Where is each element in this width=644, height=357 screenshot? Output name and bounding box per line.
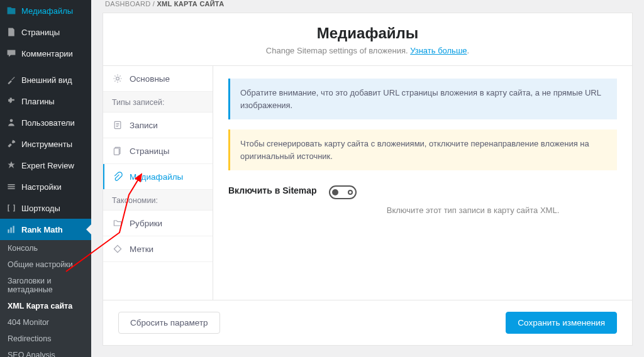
panel-footer: Сбросить параметр Сохранить изменения (103, 300, 632, 345)
sidebar-item-settings[interactable]: Настройки (0, 176, 91, 197)
sidebar-item-label: Пользователи (21, 118, 75, 128)
tab-label: Основные (130, 74, 170, 84)
section-taxonomies: Таксономии: (103, 190, 213, 211)
toggle-knob (332, 189, 338, 195)
svg-rect-3 (8, 188, 14, 189)
attachment-icon (112, 171, 123, 182)
document-icon (112, 119, 123, 131)
sidebar-item-users[interactable]: Пользователи (0, 112, 91, 133)
save-button[interactable]: Сохранить изменения (506, 312, 617, 334)
tab-tags[interactable]: Метки (103, 236, 213, 262)
svg-rect-1 (8, 184, 14, 185)
sidebar-item-plugins[interactable]: Плагины (0, 91, 91, 112)
setting-help: Включите этот тип записи в карту сайта X… (329, 206, 617, 215)
admin-sidebar: Медиафайлы Страницы Комментарии Внешний … (0, 0, 91, 357)
folder-icon (112, 217, 123, 229)
warning-notice: Чтобы сгенерировать карту сайта с вложен… (228, 129, 617, 170)
sidebar-item-expert-review[interactable]: Expert Review (0, 155, 91, 176)
submenu-seo-analysis[interactable]: SEO Analysis (0, 347, 91, 357)
sidebar-item-media[interactable]: Медиафайлы (0, 0, 91, 21)
sidebar-item-pages[interactable]: Страницы (0, 21, 91, 43)
main-content: DASHBOARD / XML КАРТА САЙТА Медиафайлы C… (91, 0, 644, 357)
reset-button[interactable]: Сбросить параметр (118, 312, 220, 334)
toggle-ring (348, 190, 353, 195)
page-title: Медиафайлы (116, 25, 619, 42)
gear-icon (112, 73, 123, 84)
sidebar-item-label: Expert Review (21, 161, 74, 170)
info-notice: Обратите внимание, что это добавит URL с… (228, 79, 617, 119)
submenu-console[interactable]: Консоль (0, 240, 91, 256)
svg-rect-2 (8, 186, 14, 187)
settings-panel: Медиафайлы Change Sitemap settings of вл… (103, 13, 633, 346)
tab-pages[interactable]: Страницы (103, 138, 213, 164)
sidebar-item-label: Инструменты (21, 140, 72, 149)
tab-categories[interactable]: Рубрики (103, 211, 213, 236)
settings-area: Обратите внимание, что это добавит URL с… (213, 66, 632, 300)
submenu-general[interactable]: Общие настройки (0, 256, 91, 273)
setting-label: Включить в Sitemap (228, 185, 329, 195)
svg-rect-6 (13, 226, 14, 233)
sidebar-item-rankmath[interactable]: Rank Math (0, 219, 91, 240)
settings-tabs: Основные Типы записей: Записи Страницы М… (103, 66, 213, 300)
tab-label: Метки (130, 244, 153, 254)
settings-icon (5, 180, 18, 193)
sidebar-item-shortcodes[interactable]: Шорткоды (0, 197, 91, 219)
sidebar-item-label: Шорткоды (21, 204, 60, 213)
tab-label: Медиафайлы (130, 172, 183, 182)
svg-point-0 (10, 119, 13, 122)
rankmath-submenu: Консоль Общие настройки Заголовки и мета… (0, 240, 91, 357)
tab-label: Рубрики (130, 219, 162, 228)
comment-icon (5, 47, 18, 60)
tab-media[interactable]: Медиафайлы (103, 164, 213, 190)
sidebar-item-label: Страницы (21, 28, 60, 37)
include-sitemap-row: Включить в Sitemap Включите этот тип зап… (228, 180, 617, 226)
sidebar-item-label: Медиафайлы (21, 6, 73, 16)
sidebar-item-comments[interactable]: Комментарии (0, 43, 91, 64)
svg-rect-5 (10, 228, 11, 233)
tab-posts[interactable]: Записи (103, 113, 213, 138)
svg-rect-10 (114, 148, 119, 155)
shortcode-icon (5, 202, 18, 214)
submenu-xml-sitemap[interactable]: XML Карта сайта (0, 298, 91, 314)
sidebar-item-label: Внешний вид (21, 75, 72, 85)
pages-icon (112, 145, 123, 157)
tab-label: Записи (130, 121, 158, 130)
submenu-titles[interactable]: Заголовки и метаданные (0, 273, 91, 298)
appearance-icon (5, 74, 18, 86)
sidebar-item-label: Комментарии (21, 49, 73, 58)
page-subtitle: Change Sitemap settings of вложения. Узн… (116, 46, 619, 55)
tab-general[interactable]: Основные (103, 66, 213, 92)
review-icon (5, 159, 18, 172)
media-icon (5, 4, 18, 17)
sidebar-item-label: Rank Math (21, 225, 63, 234)
svg-point-7 (116, 77, 119, 80)
plugin-icon (5, 95, 18, 107)
sidebar-item-label: Настройки (21, 182, 62, 192)
svg-rect-4 (8, 229, 9, 233)
sidebar-item-label: Плагины (21, 97, 55, 106)
breadcrumb: DASHBOARD / XML КАРТА САЙТА (103, 0, 633, 13)
page-icon (5, 26, 18, 38)
tag-icon (112, 243, 123, 255)
submenu-redirections[interactable]: Redirections (0, 331, 91, 347)
rankmath-icon (5, 223, 18, 236)
sidebar-item-appearance[interactable]: Внешний вид (0, 69, 91, 91)
section-post-types: Типы записей: (103, 92, 213, 113)
learn-more-link[interactable]: Узнать больше (410, 46, 467, 55)
users-icon (5, 116, 18, 129)
tools-icon (5, 138, 18, 150)
panel-header: Медиафайлы Change Sitemap settings of вл… (103, 13, 632, 65)
tab-label: Страницы (130, 146, 169, 156)
include-sitemap-toggle[interactable] (329, 185, 357, 199)
submenu-404[interactable]: 404 Monitor (0, 314, 91, 331)
sidebar-item-tools[interactable]: Инструменты (0, 133, 91, 155)
